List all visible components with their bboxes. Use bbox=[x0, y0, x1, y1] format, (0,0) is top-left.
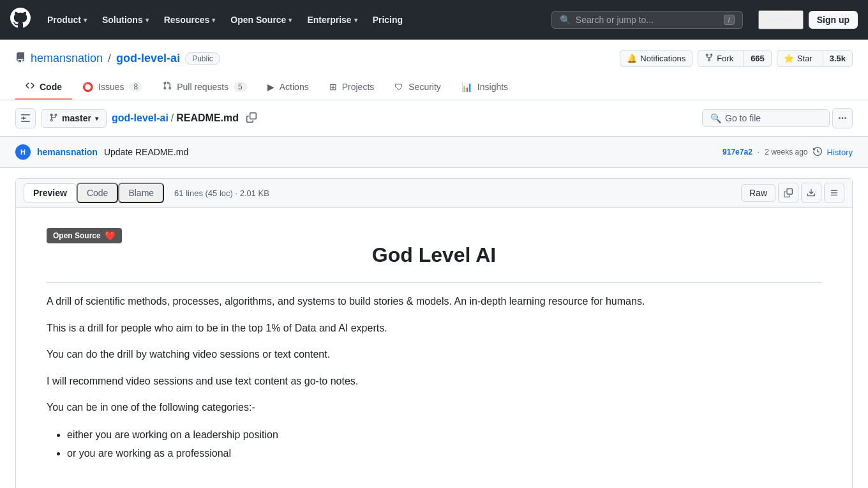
commit-meta-right: 917e7a2 · 2 weeks ago History bbox=[722, 147, 853, 158]
repo-tabs: Code ⭕ Issues 8 Pull requests 5 ▶ Action… bbox=[15, 75, 853, 100]
readme-para-2: This is a drill for people who aim to be… bbox=[47, 320, 821, 337]
file-content-view: Preview Code Blame 61 lines (45 loc) · 2… bbox=[15, 178, 853, 488]
tab-projects[interactable]: ⊞ Projects bbox=[319, 75, 385, 100]
repo-actions: 🔔 Notifications Fork 665 bbox=[620, 50, 853, 67]
file-raw-actions: Raw bbox=[741, 183, 844, 203]
download-file-button[interactable] bbox=[801, 183, 821, 203]
signin-button[interactable]: Sign in bbox=[758, 10, 804, 29]
projects-icon: ⊞ bbox=[329, 82, 337, 92]
fork-button[interactable]: Fork 665 bbox=[698, 50, 772, 67]
tab-code[interactable]: Code bbox=[15, 75, 72, 100]
history-clock-icon bbox=[813, 147, 822, 158]
repo-meta: hemansnation / god-level-ai Public 🔔 Not… bbox=[15, 50, 853, 67]
list-item: either you are working on a leadership p… bbox=[67, 426, 821, 445]
file-toolbar: master ▾ god-level-ai / README.md 🔍 Go t… bbox=[0, 100, 868, 137]
copy-path-button[interactable] bbox=[244, 110, 259, 127]
repo-icon bbox=[15, 52, 26, 65]
pr-badge: 5 bbox=[234, 82, 247, 92]
notifications-button[interactable]: 🔔 Notifications bbox=[620, 50, 692, 67]
commit-dot-separator: · bbox=[758, 148, 760, 156]
search-icon: 🔍 bbox=[560, 15, 571, 25]
raw-button[interactable]: Raw bbox=[741, 184, 775, 202]
tab-issues[interactable]: ⭕ Issues 8 bbox=[72, 75, 153, 100]
tab-insights[interactable]: 📊 Insights bbox=[451, 75, 518, 100]
repo-owner-link[interactable]: hemansnation bbox=[31, 52, 103, 65]
actions-icon: ▶ bbox=[267, 82, 274, 92]
breadcrumb-separator: / bbox=[171, 112, 174, 124]
search-file-icon: 🔍 bbox=[710, 113, 721, 123]
solutions-chevron-icon: ▾ bbox=[146, 17, 149, 24]
branch-selector[interactable]: master ▾ bbox=[41, 109, 107, 128]
preview-tab[interactable]: Preview bbox=[24, 183, 77, 202]
resources-chevron-icon: ▾ bbox=[212, 17, 215, 24]
signup-button[interactable]: Sign up bbox=[809, 11, 858, 29]
pull-request-icon bbox=[163, 81, 172, 92]
star-count[interactable]: 3.5k bbox=[823, 51, 852, 66]
repo-visibility-badge: Public bbox=[185, 52, 220, 65]
commit-message: Update README.md bbox=[104, 147, 188, 157]
file-search-section: 🔍 Go to file ··· bbox=[702, 108, 853, 128]
go-to-file-button[interactable]: 🔍 Go to file bbox=[702, 109, 830, 127]
history-link[interactable]: History bbox=[827, 148, 853, 157]
insights-icon: 📊 bbox=[461, 82, 472, 92]
repo-header: hemansnation / god-level-ai Public 🔔 Not… bbox=[0, 40, 868, 100]
search-keyboard-shortcut: / bbox=[724, 15, 735, 25]
open-source-badge: Open Source ❤️ bbox=[47, 228, 122, 243]
nav-enterprise[interactable]: Enterprise ▾ bbox=[301, 10, 363, 30]
sidebar-toggle-button[interactable] bbox=[15, 108, 36, 128]
readme-content: Open Source ❤️ God Level AI A drill of s… bbox=[16, 208, 852, 488]
readme-title: God Level AI bbox=[47, 243, 821, 267]
nav-pricing[interactable]: Pricing bbox=[366, 10, 409, 30]
security-icon: 🛡 bbox=[394, 82, 403, 92]
list-item: or you are working as a professional bbox=[67, 445, 821, 463]
breadcrumb-file: README.md bbox=[176, 112, 239, 124]
heart-icon: ❤️ bbox=[105, 231, 116, 241]
readme-para-3: You can do the drill by watching video s… bbox=[47, 346, 821, 363]
commit-author-link[interactable]: hemansnation bbox=[37, 147, 98, 157]
copy-file-button[interactable] bbox=[778, 183, 798, 203]
product-chevron-icon: ▾ bbox=[84, 17, 87, 24]
star-icon: ⭐ bbox=[784, 54, 794, 63]
readme-para-4: I will recommend video sessions and use … bbox=[47, 373, 821, 390]
commit-info-bar: H hemansnation Update README.md 917e7a2 … bbox=[0, 137, 868, 168]
file-breadcrumb: god-level-ai / README.md bbox=[112, 112, 239, 124]
tab-actions[interactable]: ▶ Actions bbox=[257, 75, 319, 100]
nav-product[interactable]: Product ▾ bbox=[41, 10, 93, 30]
fork-icon bbox=[705, 53, 714, 64]
code-tab[interactable]: Code bbox=[77, 183, 118, 203]
search-container: 🔍 / bbox=[551, 11, 743, 29]
git-branch-icon bbox=[49, 113, 58, 124]
search-input[interactable] bbox=[576, 15, 719, 25]
file-view-header: Preview Code Blame 61 lines (45 loc) · 2… bbox=[16, 179, 852, 208]
repo-path-separator: / bbox=[108, 52, 111, 65]
commit-author-avatar: H bbox=[15, 144, 31, 160]
readme-para-5: You can be in one of the following categ… bbox=[47, 399, 821, 416]
nav-open-source[interactable]: Open Source ▾ bbox=[224, 10, 298, 30]
view-raw-list-button[interactable] bbox=[824, 183, 844, 203]
readme-list: either you are working on a leadership p… bbox=[47, 426, 821, 463]
more-options-button[interactable]: ··· bbox=[832, 108, 853, 128]
file-stats: 61 lines (45 loc) · 2.01 KB bbox=[174, 188, 269, 198]
nav-solutions[interactable]: Solutions ▾ bbox=[96, 10, 155, 30]
star-button[interactable]: ⭐ Star 3.5k bbox=[777, 50, 853, 67]
main-header: Product ▾ Solutions ▾ Resources ▾ Open S… bbox=[0, 0, 868, 40]
issue-icon: ⭕ bbox=[82, 82, 93, 92]
bell-icon: 🔔 bbox=[627, 54, 637, 63]
main-nav: Product ▾ Solutions ▾ Resources ▾ Open S… bbox=[41, 10, 409, 30]
breadcrumb-repo-link[interactable]: god-level-ai bbox=[112, 112, 168, 124]
fork-count[interactable]: 665 bbox=[744, 51, 771, 66]
github-logo[interactable] bbox=[10, 8, 31, 32]
readme-para-1: A drill of scientific methods, processes… bbox=[47, 293, 821, 310]
auth-buttons: Sign in Sign up bbox=[758, 10, 858, 29]
nav-resources[interactable]: Resources ▾ bbox=[158, 10, 222, 30]
tab-pull-requests[interactable]: Pull requests 5 bbox=[153, 75, 257, 100]
open-source-chevron-icon: ▾ bbox=[288, 17, 292, 24]
branch-chevron-icon: ▾ bbox=[95, 115, 98, 122]
open-source-badge-container: Open Source ❤️ bbox=[47, 228, 821, 243]
blame-tab[interactable]: Blame bbox=[118, 183, 164, 203]
tab-security[interactable]: 🛡 Security bbox=[384, 75, 451, 100]
readme-divider bbox=[47, 282, 821, 283]
repo-name-link[interactable]: god-level-ai bbox=[116, 52, 180, 65]
search-box[interactable]: 🔍 / bbox=[551, 11, 743, 29]
commit-sha-link[interactable]: 917e7a2 bbox=[722, 148, 752, 156]
